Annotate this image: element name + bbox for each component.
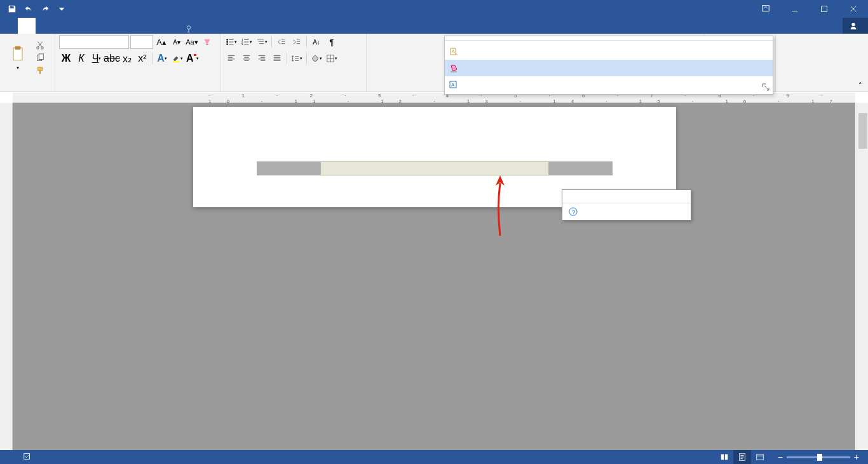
svg-rect-1 xyxy=(822,6,827,12)
create-style-item[interactable]: A xyxy=(445,43,773,60)
font-face-select[interactable] xyxy=(59,35,129,49)
read-mode-view[interactable] xyxy=(715,450,733,464)
borders-button[interactable]: ▾ xyxy=(325,51,339,65)
align-right[interactable] xyxy=(255,51,269,65)
cut-button[interactable] xyxy=(33,39,51,51)
quick-access-toolbar xyxy=(0,2,74,16)
italic-button[interactable]: К xyxy=(74,51,88,65)
save-button[interactable] xyxy=(5,2,19,16)
copy-button[interactable] xyxy=(33,52,51,64)
svg-rect-9 xyxy=(39,53,43,59)
increase-font-size[interactable]: A▴ xyxy=(154,35,168,49)
tab-references[interactable] xyxy=(89,18,107,34)
increase-indent[interactable] xyxy=(290,35,304,49)
group-paragraph: ▾ 123▾ ▾ А↓ ¶ ▾ ▾ ▾ xyxy=(220,34,367,92)
status-bar: − + xyxy=(0,450,868,464)
tab-insert[interactable] xyxy=(36,18,53,34)
highlight-color[interactable]: ▾ xyxy=(170,51,184,65)
text-effects[interactable]: A▾ xyxy=(155,51,169,65)
svg-rect-12 xyxy=(173,61,180,62)
scrollbar-thumb[interactable] xyxy=(858,113,867,149)
decrease-font-size[interactable]: A▾ xyxy=(170,35,184,49)
document-viewport[interactable] xyxy=(13,103,855,450)
sign-in[interactable] xyxy=(825,18,843,34)
tab-review[interactable] xyxy=(125,18,142,34)
svg-rect-29 xyxy=(725,454,728,460)
subscript-button[interactable]: x₂ xyxy=(120,51,134,65)
numbering-button[interactable]: 123▾ xyxy=(240,35,254,49)
group-font: A▴ A▾ Aa▾ Ж К Ч▾ abc x₂ x² A▾ ▾ A▾ xyxy=(55,34,220,92)
styles-launcher[interactable] xyxy=(761,83,770,92)
show-marks[interactable]: ¶ xyxy=(325,35,339,49)
clear-formatting-icon[interactable] xyxy=(200,35,214,49)
qat-customize[interactable] xyxy=(55,2,69,16)
svg-rect-4 xyxy=(13,48,22,60)
font-color[interactable]: A▾ xyxy=(186,51,200,65)
redo-button[interactable] xyxy=(38,2,52,16)
tooltip-title xyxy=(562,190,691,198)
tab-mailings[interactable] xyxy=(107,18,125,34)
svg-text:A: A xyxy=(452,49,455,53)
group-clipboard: ▾ xyxy=(0,34,55,92)
bullets-button[interactable]: ▾ xyxy=(224,35,238,49)
underline-button[interactable]: Ч▾ xyxy=(90,51,104,65)
zoom-controls: − + xyxy=(778,452,863,462)
svg-rect-28 xyxy=(721,454,723,460)
web-layout-view[interactable] xyxy=(751,450,769,464)
superscript-button[interactable]: x² xyxy=(135,51,149,65)
zoom-in[interactable]: + xyxy=(854,452,859,462)
svg-rect-27 xyxy=(24,454,30,460)
svg-text:A: A xyxy=(451,82,455,88)
view-buttons xyxy=(715,450,769,464)
svg-point-2 xyxy=(187,26,190,29)
svg-rect-10 xyxy=(38,67,43,70)
tooltip-clear-formatting: ? xyxy=(562,189,691,221)
zoom-thumb[interactable] xyxy=(817,454,822,461)
collapse-ribbon[interactable]: ˄ xyxy=(855,80,865,90)
svg-point-16 xyxy=(226,43,228,45)
tab-layout[interactable] xyxy=(71,18,89,34)
tooltip-body xyxy=(562,198,691,203)
font-size-select[interactable] xyxy=(130,35,153,49)
format-painter-button[interactable] xyxy=(33,65,51,76)
title-bar xyxy=(0,0,868,18)
proofing-icon[interactable] xyxy=(23,452,32,462)
zoom-slider[interactable] xyxy=(787,456,850,458)
ribbon-display-options[interactable] xyxy=(751,0,780,18)
line-spacing[interactable]: ▾ xyxy=(290,51,304,65)
print-layout-view[interactable] xyxy=(733,450,751,464)
tab-view[interactable] xyxy=(142,18,160,34)
align-left[interactable] xyxy=(224,51,238,65)
align-center[interactable] xyxy=(240,51,254,65)
paste-button[interactable]: ▾ xyxy=(4,35,32,80)
tooltip-more-info[interactable]: ? xyxy=(562,203,691,220)
apply-styles-item[interactable]: A xyxy=(445,76,773,93)
close-button[interactable] xyxy=(839,0,868,18)
selected-text xyxy=(257,161,613,175)
tab-file[interactable] xyxy=(0,18,18,34)
change-case[interactable]: Aa▾ xyxy=(185,35,199,49)
tab-foxit[interactable] xyxy=(160,18,178,34)
undo-button[interactable] xyxy=(22,2,36,16)
strikethrough-button[interactable]: abc xyxy=(105,51,119,65)
svg-point-3 xyxy=(851,22,855,25)
shading-button[interactable]: ▾ xyxy=(309,51,323,65)
vertical-scrollbar[interactable] xyxy=(857,103,868,450)
multilevel-list[interactable]: ▾ xyxy=(255,35,269,49)
align-justify[interactable] xyxy=(270,51,284,65)
ruler-vertical[interactable] xyxy=(0,103,13,450)
window-controls xyxy=(751,0,868,18)
svg-rect-31 xyxy=(756,454,763,460)
maximize-button[interactable] xyxy=(810,0,839,18)
tab-home[interactable] xyxy=(18,18,36,34)
clear-format-item[interactable] xyxy=(445,60,773,76)
chapter-header xyxy=(320,161,549,175)
tell-me[interactable] xyxy=(178,25,203,34)
zoom-out[interactable]: − xyxy=(778,452,783,462)
tab-design[interactable] xyxy=(53,18,71,34)
minimize-button[interactable] xyxy=(780,0,810,18)
share-button[interactable] xyxy=(843,18,868,34)
sort-button[interactable]: А↓ xyxy=(309,35,323,49)
decrease-indent[interactable] xyxy=(275,35,288,49)
bold-button[interactable]: Ж xyxy=(59,51,73,65)
